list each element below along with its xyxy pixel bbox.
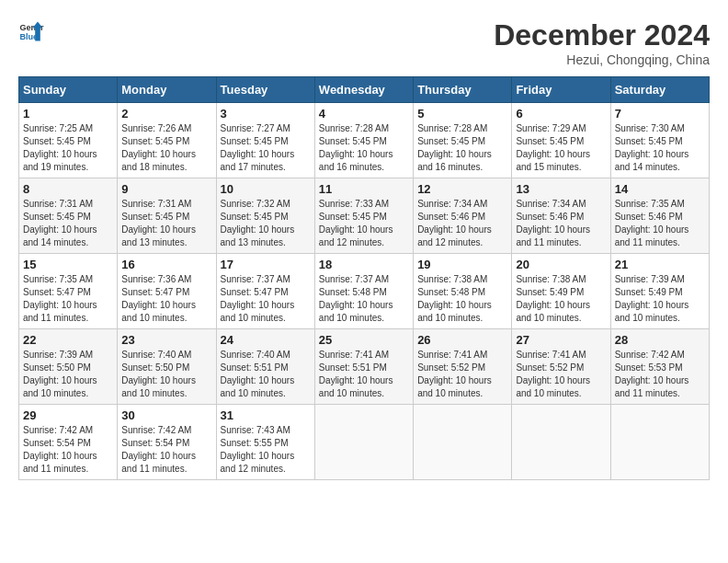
calendar-day-15: 15Sunrise: 7:35 AMSunset: 5:47 PMDayligh…: [19, 254, 118, 329]
day-number: 6: [516, 107, 606, 121]
day-number: 11: [319, 182, 409, 196]
calendar-day-19: 19Sunrise: 7:38 AMSunset: 5:48 PMDayligh…: [414, 254, 512, 329]
day-number: 17: [221, 258, 311, 271]
day-number: 29: [23, 408, 113, 422]
day-number: 14: [615, 182, 705, 196]
day-number: 31: [221, 408, 311, 422]
day-number: 20: [516, 258, 606, 271]
calendar-day-4: 4Sunrise: 7:28 AMSunset: 5:45 PMDaylight…: [314, 103, 413, 178]
calendar-empty-cell: [610, 405, 709, 480]
day-number: 22: [23, 333, 113, 347]
calendar-day-9: 9Sunrise: 7:31 AMSunset: 5:45 PMDaylight…: [118, 178, 216, 254]
day-number: 25: [319, 333, 409, 347]
day-info: Sunrise: 7:43 AMSunset: 5:55 PMDaylight:…: [221, 425, 295, 474]
day-info: Sunrise: 7:36 AMSunset: 5:47 PMDaylight:…: [121, 274, 196, 323]
calendar-day-18: 18Sunrise: 7:37 AMSunset: 5:48 PMDayligh…: [314, 254, 413, 329]
day-number: 30: [121, 408, 211, 422]
day-info: Sunrise: 7:31 AMSunset: 5:45 PMDaylight:…: [23, 199, 97, 247]
calendar-day-16: 16Sunrise: 7:36 AMSunset: 5:47 PMDayligh…: [118, 254, 216, 329]
weekday-header-tuesday: Tuesday: [216, 77, 314, 103]
calendar-day-28: 28Sunrise: 7:42 AMSunset: 5:53 PMDayligh…: [610, 329, 709, 405]
day-info: Sunrise: 7:32 AMSunset: 5:45 PMDaylight:…: [221, 199, 295, 247]
calendar-day-7: 7Sunrise: 7:30 AMSunset: 5:45 PMDaylight…: [610, 103, 709, 178]
day-info: Sunrise: 7:29 AMSunset: 5:45 PMDaylight:…: [516, 123, 590, 172]
weekday-header-sunday: Sunday: [19, 77, 118, 103]
day-info: Sunrise: 7:28 AMSunset: 5:45 PMDaylight:…: [319, 123, 393, 172]
month-title: December 2024: [494, 18, 710, 52]
day-info: Sunrise: 7:26 AMSunset: 5:45 PMDaylight:…: [121, 123, 196, 172]
day-number: 19: [417, 258, 507, 271]
day-number: 16: [121, 258, 211, 271]
calendar-day-13: 13Sunrise: 7:34 AMSunset: 5:46 PMDayligh…: [512, 178, 610, 254]
day-number: 18: [319, 258, 409, 271]
day-number: 8: [23, 182, 113, 196]
day-info: Sunrise: 7:35 AMSunset: 5:46 PMDaylight:…: [615, 199, 689, 247]
day-info: Sunrise: 7:34 AMSunset: 5:46 PMDaylight:…: [417, 199, 492, 247]
calendar-day-20: 20Sunrise: 7:38 AMSunset: 5:49 PMDayligh…: [512, 254, 610, 329]
calendar-empty-cell: [414, 405, 512, 480]
svg-text:Blue: Blue: [19, 32, 38, 41]
day-number: 4: [319, 107, 409, 121]
day-number: 12: [417, 182, 507, 196]
calendar-day-21: 21Sunrise: 7:39 AMSunset: 5:49 PMDayligh…: [610, 254, 709, 329]
day-number: 3: [221, 107, 311, 121]
day-number: 26: [417, 333, 507, 347]
calendar-week-3: 15Sunrise: 7:35 AMSunset: 5:47 PMDayligh…: [19, 254, 710, 329]
day-info: Sunrise: 7:38 AMSunset: 5:49 PMDaylight:…: [516, 274, 590, 323]
calendar-day-8: 8Sunrise: 7:31 AMSunset: 5:45 PMDaylight…: [19, 178, 118, 254]
day-number: 27: [516, 333, 606, 347]
calendar-week-4: 22Sunrise: 7:39 AMSunset: 5:50 PMDayligh…: [19, 329, 710, 405]
day-info: Sunrise: 7:41 AMSunset: 5:52 PMDaylight:…: [516, 350, 590, 398]
day-number: 28: [615, 333, 705, 347]
logo-icon: General Blue: [18, 18, 44, 44]
day-number: 13: [516, 182, 606, 196]
day-number: 21: [615, 258, 705, 271]
calendar-day-30: 30Sunrise: 7:42 AMSunset: 5:54 PMDayligh…: [118, 405, 216, 480]
location: Hezui, Chongqing, China: [494, 52, 710, 67]
weekday-header-wednesday: Wednesday: [314, 77, 413, 103]
day-info: Sunrise: 7:34 AMSunset: 5:46 PMDaylight:…: [516, 199, 590, 247]
day-info: Sunrise: 7:42 AMSunset: 5:54 PMDaylight:…: [121, 425, 196, 474]
day-info: Sunrise: 7:40 AMSunset: 5:51 PMDaylight:…: [221, 350, 295, 398]
day-info: Sunrise: 7:41 AMSunset: 5:52 PMDaylight:…: [417, 350, 492, 398]
weekday-header-row: SundayMondayTuesdayWednesdayThursdayFrid…: [19, 77, 710, 103]
day-info: Sunrise: 7:42 AMSunset: 5:53 PMDaylight:…: [615, 350, 689, 398]
calendar-day-23: 23Sunrise: 7:40 AMSunset: 5:50 PMDayligh…: [118, 329, 216, 405]
page-header: General Blue General Blue December 2024 …: [18, 18, 710, 67]
day-info: Sunrise: 7:38 AMSunset: 5:48 PMDaylight:…: [417, 274, 492, 323]
calendar-day-27: 27Sunrise: 7:41 AMSunset: 5:52 PMDayligh…: [512, 329, 610, 405]
calendar-day-31: 31Sunrise: 7:43 AMSunset: 5:55 PMDayligh…: [216, 405, 314, 480]
logo: General Blue General Blue: [18, 18, 44, 44]
day-info: Sunrise: 7:28 AMSunset: 5:45 PMDaylight:…: [417, 123, 492, 172]
calendar-day-29: 29Sunrise: 7:42 AMSunset: 5:54 PMDayligh…: [19, 405, 118, 480]
calendar-day-10: 10Sunrise: 7:32 AMSunset: 5:45 PMDayligh…: [216, 178, 314, 254]
calendar-day-3: 3Sunrise: 7:27 AMSunset: 5:45 PMDaylight…: [216, 103, 314, 178]
day-info: Sunrise: 7:33 AMSunset: 5:45 PMDaylight:…: [319, 199, 393, 247]
day-number: 7: [615, 107, 705, 121]
calendar: SundayMondayTuesdayWednesdayThursdayFrid…: [18, 76, 710, 480]
day-number: 24: [221, 333, 311, 347]
calendar-day-2: 2Sunrise: 7:26 AMSunset: 5:45 PMDaylight…: [118, 103, 216, 178]
weekday-header-friday: Friday: [512, 77, 610, 103]
calendar-week-2: 8Sunrise: 7:31 AMSunset: 5:45 PMDaylight…: [19, 178, 710, 254]
day-info: Sunrise: 7:41 AMSunset: 5:51 PMDaylight:…: [319, 350, 393, 398]
title-area: December 2024 Hezui, Chongqing, China: [494, 18, 710, 67]
day-number: 5: [417, 107, 507, 121]
day-number: 15: [23, 258, 113, 271]
calendar-day-6: 6Sunrise: 7:29 AMSunset: 5:45 PMDaylight…: [512, 103, 610, 178]
calendar-day-24: 24Sunrise: 7:40 AMSunset: 5:51 PMDayligh…: [216, 329, 314, 405]
calendar-day-26: 26Sunrise: 7:41 AMSunset: 5:52 PMDayligh…: [414, 329, 512, 405]
calendar-empty-cell: [314, 405, 413, 480]
day-info: Sunrise: 7:31 AMSunset: 5:45 PMDaylight:…: [121, 199, 196, 247]
day-info: Sunrise: 7:42 AMSunset: 5:54 PMDaylight:…: [23, 425, 97, 474]
day-info: Sunrise: 7:39 AMSunset: 5:49 PMDaylight:…: [615, 274, 689, 323]
calendar-day-1: 1Sunrise: 7:25 AMSunset: 5:45 PMDaylight…: [19, 103, 118, 178]
day-info: Sunrise: 7:30 AMSunset: 5:45 PMDaylight:…: [615, 123, 689, 172]
weekday-header-saturday: Saturday: [610, 77, 709, 103]
day-info: Sunrise: 7:35 AMSunset: 5:47 PMDaylight:…: [23, 274, 97, 323]
calendar-empty-cell: [512, 405, 610, 480]
day-info: Sunrise: 7:40 AMSunset: 5:50 PMDaylight:…: [121, 350, 196, 398]
calendar-day-25: 25Sunrise: 7:41 AMSunset: 5:51 PMDayligh…: [314, 329, 413, 405]
calendar-day-17: 17Sunrise: 7:37 AMSunset: 5:47 PMDayligh…: [216, 254, 314, 329]
day-number: 23: [121, 333, 211, 347]
